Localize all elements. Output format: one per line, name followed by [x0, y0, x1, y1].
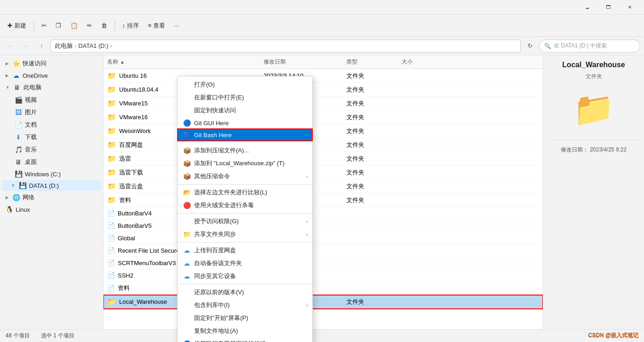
thispc-icon: 🖥 — [13, 84, 21, 91]
sidebar-item-data1-d[interactable]: ▼ 💾 DATA1 (D:) — [2, 180, 101, 191]
search-icon: 🔍 — [544, 43, 551, 49]
file-row[interactable]: 📁Ubuntu18.04.4 2023/4/24 17:57 文件夹 — [104, 83, 543, 97]
sidebar-item-linux[interactable]: 🐧 Linux — [2, 204, 101, 215]
file-name: Local_Warehouse — [119, 298, 167, 305]
column-header-name[interactable]: 名称 ▲ — [104, 57, 260, 67]
close-button[interactable]: ✕ — [619, 0, 640, 15]
sidebar-label-quickaccess: 快速访问 — [23, 59, 46, 68]
file-type: 文件夹 — [343, 195, 398, 205]
file-row[interactable]: 📁Ubuntu 16 2023/3/3 14:10 文件夹 — [104, 69, 543, 83]
file-row-selected[interactable]: 📁Local_Warehouse 2023/4/25 9:22 文件夹 — [104, 295, 543, 309]
ctx-auto-backup[interactable]: ☁ 自动备份该文件夹 — [178, 257, 312, 270]
ctx-antivirus[interactable]: 🔴 使用火绒安全进行杀毒 — [178, 199, 312, 212]
new-button[interactable]: ✚ 新建 — [4, 20, 30, 32]
ctx-open[interactable]: 打开(O) — [178, 78, 312, 91]
address-path[interactable]: 此电脑 › DATA1 (D:) › — [51, 40, 521, 52]
file-row[interactable]: 📁WeixinWork 2023/3/28 14:55 文件夹 — [104, 124, 543, 138]
ctx-other-compress[interactable]: 📦 其他压缩命令 › — [178, 170, 312, 183]
file-row[interactable]: 📁VMware15 2023/2/28 16:53 文件夹 — [104, 97, 543, 110]
ctx-copy-path[interactable]: 复制文件地址(A) — [178, 325, 312, 337]
delete-button[interactable]: 🗑 — [98, 20, 111, 31]
file-size — [398, 130, 444, 132]
sidebar-item-network[interactable]: ▶ 🌐 网络 — [2, 191, 101, 203]
forward-button[interactable]: → — [19, 40, 32, 52]
file-row[interactable]: 📁迅雷 2023/3/2 16:12 文件夹 — [104, 152, 543, 166]
sidebar-item-downloads[interactable]: ⬇ 下载 — [2, 131, 101, 143]
ctx-open-new-window[interactable]: 在新窗口中打开(E) — [178, 91, 312, 104]
preview-modified: 修改日期： 2023/4/25 9:22 — [561, 146, 627, 154]
sidebar-item-onedrive[interactable]: ▶ ☁ OneDrive — [2, 70, 101, 81]
ctx-other-compress-label: 其他压缩命令 — [194, 172, 230, 180]
file-name: 迅雷云盘 — [119, 182, 143, 191]
file-row[interactable]: 📄ButtonBarV4 2023/3/9 11:29 — [104, 207, 543, 220]
copy-button[interactable]: ❐ — [52, 20, 65, 31]
ctx-git-gui[interactable]: 🔵 Git GUI Here — [178, 117, 312, 129]
sidebar-item-desktop[interactable]: 🖥 桌面 — [2, 156, 101, 168]
ctx-pin-quickaccess[interactable]: 固定到快速访问 — [178, 104, 312, 117]
file-row[interactable]: 📁VMware16 2023/2/28 16:49 文件夹 — [104, 110, 543, 124]
ctx-grant-access[interactable]: 授予访问权限(G) › — [178, 215, 312, 228]
file-row[interactable]: 📁迅雷下载 2023/3/2 16:12 文件夹 — [104, 166, 543, 180]
network-icon: 🌐 — [12, 194, 20, 201]
back-button[interactable]: ← — [4, 40, 17, 52]
sort-button[interactable]: ↕ 排序 — [119, 20, 143, 32]
ctx-git-bash[interactable]: 🔵 Git Bash Here — [178, 129, 312, 141]
folder-icon: 📁 — [107, 196, 116, 204]
file-row[interactable]: 📄资料 2023/4/18 9:31 — [104, 282, 543, 295]
minimize-button[interactable]: 🗕 — [577, 0, 598, 15]
ctx-compare-left[interactable]: 📂 选择左边文件夹进行比较(L) — [178, 186, 312, 199]
ctx-antivirus-icon: 🔴 — [183, 202, 190, 209]
sidebar-label-downloads: 下载 — [25, 133, 37, 141]
sidebar-item-thispc[interactable]: ▼ 🖥 此电脑 — [2, 81, 101, 93]
ctx-sync-devices[interactable]: ☁ 同步至其它设备 — [178, 270, 312, 283]
file-icon: 📄 — [107, 284, 115, 292]
file-row[interactable]: 📄SSH2 2023/3/27 20:11 — [104, 269, 543, 282]
sidebar-item-documents[interactable]: 📄 文档 — [2, 119, 101, 131]
file-size — [398, 274, 444, 276]
folder-icon: 📁 — [107, 127, 116, 135]
file-row[interactable]: 📁百度网盘 2023/2/27 11:49 文件夹 — [104, 138, 543, 152]
rename-button[interactable]: ✏ — [83, 20, 96, 31]
file-size — [398, 103, 444, 104]
file-name: WeixinWork — [119, 128, 151, 134]
sidebar-item-video[interactable]: 🎬 视频 — [2, 94, 101, 106]
up-button[interactable]: ↑ — [35, 40, 48, 52]
ctx-lenovo-scan[interactable]: 🔵 使用联想电脑管家进行扫描 — [178, 337, 312, 342]
ctx-share-folder[interactable]: 📁 共享文件夹同步 › — [178, 228, 312, 241]
ctx-include-library[interactable]: 包含到库中(I) › — [178, 299, 312, 312]
ctx-restore[interactable]: 还原以前的版本(V) — [178, 286, 312, 299]
paste-button[interactable]: 📋 — [67, 20, 81, 31]
file-type — [343, 212, 398, 214]
folder-icon: 📁 — [107, 297, 116, 306]
ctx-add-zip[interactable]: 📦 添加到 "Local_Warehouse.zip" (T) — [178, 157, 312, 170]
column-header-type[interactable]: 类型 — [343, 57, 398, 67]
more-button[interactable]: ··· — [171, 20, 183, 31]
sidebar-item-music[interactable]: 🎵 音乐 — [2, 144, 101, 156]
refresh-button[interactable]: ↻ — [523, 40, 536, 52]
maximize-button[interactable]: 🗖 — [598, 0, 619, 15]
file-type: 文件夹 — [343, 99, 398, 109]
view-button[interactable]: ≡ 查看 — [144, 20, 169, 32]
sidebar-item-windows-c[interactable]: 💾 Windows (C:) — [2, 168, 101, 180]
file-list-area: 名称 ▲ 修改日期 类型 大小 📁Ubuntu 16 2023/3/3 14:1… — [104, 55, 543, 329]
file-row[interactable]: 📁资料 2023/4/24 19:58 文件夹 — [104, 193, 543, 207]
cut-button[interactable]: ✂ — [38, 20, 50, 31]
sidebar-label-video: 视频 — [25, 96, 37, 104]
column-header-date[interactable]: 修改日期 — [260, 57, 343, 67]
search-box[interactable]: 🔍 在 DATA1 (D:) 中搜索 — [539, 40, 640, 52]
file-row[interactable]: 📄SCRTMenuToolbarV3 2023/4/17 21:03 — [104, 257, 543, 269]
column-name-label: 名称 — [107, 58, 118, 66]
file-row[interactable]: 📁迅雷云盘 2023/3/2 16:12 文件夹 — [104, 180, 543, 193]
ctx-pin-start[interactable]: 固定到"开始"屏幕(P) — [178, 312, 312, 325]
file-row[interactable]: 📄Global 2023/4/17 21:03 — [104, 232, 543, 244]
sidebar-item-pictures[interactable]: 🖼 图片 — [2, 106, 101, 118]
drive-d-icon: 💾 — [19, 182, 26, 189]
sidebar-item-quickaccess[interactable]: ▶ ⭐ 快速访问 — [2, 58, 101, 70]
sidebar-label-music: 音乐 — [25, 145, 37, 154]
file-row[interactable]: 📄ButtonBarV5 2023/3/27 19:54 — [104, 220, 543, 232]
ctx-upload-baidu[interactable]: ☁ 上传到百度网盘 — [178, 244, 312, 257]
file-row[interactable]: 📄Recent File List SecureCRT 2023/3/28 9:… — [104, 244, 543, 257]
file-type — [343, 274, 398, 276]
ctx-add-archive[interactable]: 📦 添加到压缩文件(A)... — [178, 144, 312, 157]
column-header-size[interactable]: 大小 — [398, 57, 444, 67]
